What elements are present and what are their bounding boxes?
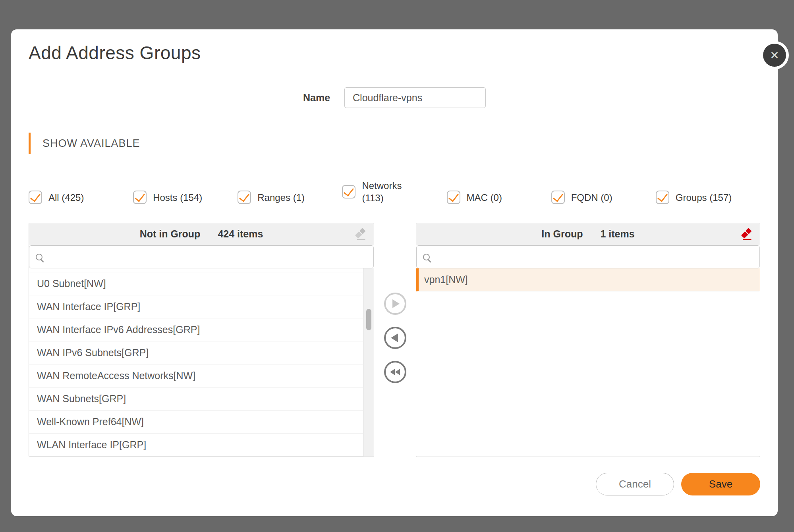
- save-button[interactable]: Save: [681, 473, 760, 495]
- filter-checkbox-item[interactable]: Hosts (154): [133, 191, 238, 204]
- list-item[interactable]: vpn1[NW]: [416, 268, 760, 291]
- filter-label: FQDN (0): [571, 191, 612, 204]
- arrow-left-icon: [391, 333, 398, 342]
- not-in-group-panel: Not in Group 424 items: [29, 223, 374, 457]
- close-icon: ✕: [770, 49, 779, 62]
- eraser-icon: [354, 227, 368, 241]
- filter-label: Hosts (154): [153, 191, 202, 204]
- dialog-title: Add Address Groups: [29, 29, 760, 64]
- list-item-label: WAN Subnets[GRP]: [37, 393, 126, 405]
- filter-checkbox-item[interactable]: All (425): [29, 191, 133, 204]
- list-item[interactable]: WLAN Interface IP[GRP]: [29, 434, 363, 457]
- search-input[interactable]: [435, 246, 753, 268]
- name-input[interactable]: [344, 87, 486, 108]
- section-accent-bar: [29, 133, 31, 154]
- panel-count: 1 items: [600, 228, 634, 240]
- checkbox[interactable]: [238, 191, 251, 204]
- search-icon: [423, 254, 430, 260]
- arrow-right-icon: [392, 299, 400, 308]
- list-scrollbar[interactable]: [363, 268, 374, 457]
- filter-row: All (425) Hosts (154) Ranges (1) Network…: [29, 179, 760, 204]
- move-right-button[interactable]: [384, 293, 406, 315]
- not-in-group-list: U0 Subnet[NW] WAN Interface IP[GRP] WAN …: [29, 268, 374, 457]
- filter-checkbox-item[interactable]: FQDN (0): [551, 191, 656, 204]
- checkbox[interactable]: [342, 185, 355, 199]
- double-arrow-left-icon: [390, 369, 400, 375]
- clear-search-button[interactable]: [354, 227, 368, 241]
- checkbox[interactable]: [29, 191, 42, 204]
- checkbox[interactable]: [551, 191, 565, 204]
- filter-label: MAC (0): [467, 191, 502, 204]
- in-group-panel: In Group 1 items: [416, 223, 760, 457]
- not-in-group-header: Not in Group 424 items: [29, 223, 374, 245]
- cancel-button[interactable]: Cancel: [596, 473, 674, 495]
- name-field-row: Name: [29, 87, 760, 108]
- filter-checkbox-item[interactable]: MAC (0): [447, 191, 551, 204]
- section-title: SHOW AVAILABLE: [43, 137, 140, 150]
- list-item[interactable]: Well-Known Pref64[NW]: [29, 411, 363, 434]
- checkbox[interactable]: [133, 191, 147, 204]
- list-item[interactable]: U0 Subnet[NW]: [29, 272, 363, 295]
- checkbox[interactable]: [656, 191, 669, 204]
- move-all-left-button[interactable]: [384, 361, 406, 383]
- list-item-label: WAN IPv6 Subnets[GRP]: [37, 347, 149, 359]
- filter-label: Groups (157): [676, 191, 732, 204]
- panel-title: Not in Group: [140, 228, 201, 240]
- list-item-label: U0 Subnet[NW]: [37, 278, 106, 289]
- transfer-panels: Not in Group 424 items: [29, 223, 760, 457]
- in-group-list: vpn1[NW]: [416, 268, 760, 457]
- partial-row: [29, 268, 363, 272]
- clear-all-button[interactable]: [740, 227, 754, 241]
- name-label: Name: [303, 92, 330, 104]
- list-item[interactable]: WAN RemoteAccess Networks[NW]: [29, 364, 363, 387]
- in-group-header: In Group 1 items: [416, 223, 760, 245]
- list-item-label: Well-Known Pref64[NW]: [37, 416, 144, 428]
- close-button[interactable]: ✕: [763, 44, 786, 67]
- transfer-controls: [374, 223, 416, 457]
- list-item-label: WAN Interface IP[GRP]: [37, 301, 140, 312]
- move-left-button[interactable]: [384, 327, 406, 349]
- list-item[interactable]: WAN Interface IPv6 Addresses[GRP]: [29, 318, 363, 341]
- add-address-groups-dialog: ✕ Add Address Groups Name SHOW AVAILABLE…: [11, 29, 778, 516]
- list-item-label: WLAN Interface IP[GRP]: [37, 439, 146, 451]
- search-input[interactable]: [47, 246, 367, 268]
- eraser-icon: [740, 227, 754, 241]
- filter-checkbox-item[interactable]: Groups (157): [656, 191, 760, 204]
- list-item[interactable]: WAN IPv6 Subnets[GRP]: [29, 341, 363, 364]
- list-item[interactable]: WAN Subnets[GRP]: [29, 387, 363, 411]
- not-in-group-search: [29, 245, 374, 268]
- dialog-footer: Cancel Save: [29, 473, 760, 495]
- checkbox[interactable]: [447, 191, 460, 204]
- search-icon: [36, 254, 43, 260]
- list-item-label: vpn1[NW]: [424, 274, 468, 285]
- panel-count: 424 items: [218, 228, 263, 240]
- filter-checkbox-item[interactable]: Networks (113): [342, 179, 446, 204]
- filter-label: Networks (113): [362, 179, 407, 204]
- scrollbar-thumb[interactable]: [366, 309, 371, 330]
- screen-overlay: ✕ Add Address Groups Name SHOW AVAILABLE…: [0, 0, 794, 532]
- list-item[interactable]: WAN Interface IP[GRP]: [29, 295, 363, 318]
- list-item-label: WAN Interface IPv6 Addresses[GRP]: [37, 324, 200, 335]
- show-available-section: SHOW AVAILABLE: [29, 133, 760, 154]
- filter-label: All (425): [48, 191, 84, 204]
- filter-label: Ranges (1): [257, 191, 305, 204]
- in-group-search: [416, 245, 760, 268]
- filter-checkbox-item[interactable]: Ranges (1): [238, 191, 342, 204]
- panel-title: In Group: [541, 228, 583, 240]
- list-item-label: WAN RemoteAccess Networks[NW]: [37, 370, 195, 382]
